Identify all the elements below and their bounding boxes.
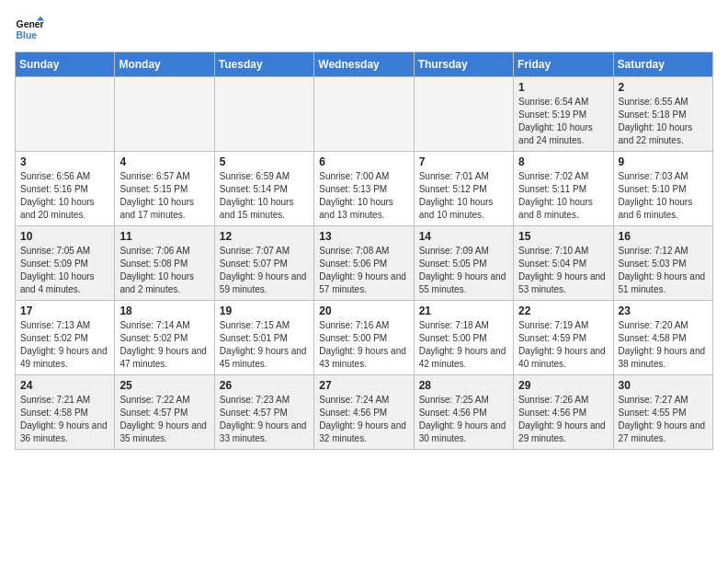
calendar-cell bbox=[314, 77, 414, 152]
day-info: Sunrise: 7:24 AM Sunset: 4:56 PM Dayligh… bbox=[319, 394, 408, 445]
day-info: Sunrise: 7:08 AM Sunset: 5:06 PM Dayligh… bbox=[319, 245, 408, 296]
day-info: Sunrise: 7:15 AM Sunset: 5:01 PM Dayligh… bbox=[220, 319, 309, 371]
day-number: 28 bbox=[419, 379, 508, 392]
day-number: 25 bbox=[119, 379, 209, 392]
day-number: 24 bbox=[20, 379, 109, 392]
calendar-cell: 10Sunrise: 7:05 AM Sunset: 5:09 PM Dayli… bbox=[16, 226, 115, 301]
weekday-header-wednesday: Wednesday bbox=[314, 52, 414, 77]
calendar-cell bbox=[214, 77, 313, 152]
day-number: 1 bbox=[518, 81, 608, 94]
calendar-cell bbox=[115, 77, 214, 152]
day-number: 26 bbox=[220, 379, 309, 392]
calendar-cell: 17Sunrise: 7:13 AM Sunset: 5:02 PM Dayli… bbox=[16, 301, 115, 375]
calendar-cell: 25Sunrise: 7:22 AM Sunset: 4:57 PM Dayli… bbox=[115, 375, 214, 450]
calendar-cell: 12Sunrise: 7:07 AM Sunset: 5:07 PM Dayli… bbox=[214, 226, 313, 301]
day-info: Sunrise: 7:21 AM Sunset: 4:58 PM Dayligh… bbox=[20, 394, 109, 445]
day-number: 3 bbox=[20, 155, 109, 168]
day-number: 22 bbox=[518, 304, 608, 317]
day-number: 2 bbox=[619, 81, 708, 94]
calendar-cell: 1Sunrise: 6:54 AM Sunset: 5:19 PM Daylig… bbox=[514, 77, 613, 152]
weekday-header-sunday: Sunday bbox=[16, 52, 115, 77]
logo: General Blue bbox=[15, 15, 48, 44]
day-number: 15 bbox=[518, 230, 608, 243]
day-number: 29 bbox=[518, 379, 608, 392]
day-info: Sunrise: 7:18 AM Sunset: 5:00 PM Dayligh… bbox=[419, 319, 508, 371]
day-number: 12 bbox=[220, 230, 309, 243]
day-number: 27 bbox=[319, 379, 408, 392]
day-info: Sunrise: 7:03 AM Sunset: 5:10 PM Dayligh… bbox=[619, 170, 708, 222]
day-info: Sunrise: 7:05 AM Sunset: 5:09 PM Dayligh… bbox=[20, 245, 109, 296]
day-number: 11 bbox=[119, 230, 209, 243]
day-info: Sunrise: 7:12 AM Sunset: 5:03 PM Dayligh… bbox=[619, 245, 708, 296]
day-number: 16 bbox=[619, 230, 708, 243]
day-number: 23 bbox=[619, 304, 708, 317]
day-number: 13 bbox=[319, 230, 408, 243]
day-number: 7 bbox=[419, 155, 508, 168]
calendar-cell: 9Sunrise: 7:03 AM Sunset: 5:10 PM Daylig… bbox=[613, 152, 712, 226]
svg-text:General: General bbox=[17, 19, 44, 29]
calendar-cell: 24Sunrise: 7:21 AM Sunset: 4:58 PM Dayli… bbox=[16, 375, 115, 450]
day-info: Sunrise: 7:22 AM Sunset: 4:57 PM Dayligh… bbox=[119, 394, 209, 445]
day-number: 30 bbox=[619, 379, 708, 392]
day-info: Sunrise: 6:57 AM Sunset: 5:15 PM Dayligh… bbox=[119, 170, 209, 222]
calendar-cell: 8Sunrise: 7:02 AM Sunset: 5:11 PM Daylig… bbox=[514, 152, 613, 226]
calendar-cell: 23Sunrise: 7:20 AM Sunset: 4:58 PM Dayli… bbox=[613, 301, 712, 375]
day-info: Sunrise: 7:14 AM Sunset: 5:02 PM Dayligh… bbox=[119, 319, 209, 371]
calendar-table: SundayMondayTuesdayWednesdayThursdayFrid… bbox=[15, 52, 713, 450]
header: General Blue bbox=[15, 15, 713, 44]
calendar-cell: 15Sunrise: 7:10 AM Sunset: 5:04 PM Dayli… bbox=[514, 226, 613, 301]
day-info: Sunrise: 7:16 AM Sunset: 5:00 PM Dayligh… bbox=[319, 319, 408, 371]
day-info: Sunrise: 7:06 AM Sunset: 5:08 PM Dayligh… bbox=[119, 245, 209, 296]
day-number: 20 bbox=[319, 304, 408, 317]
day-number: 18 bbox=[119, 304, 209, 317]
day-number: 14 bbox=[419, 230, 508, 243]
day-number: 5 bbox=[220, 155, 309, 168]
calendar-cell: 30Sunrise: 7:27 AM Sunset: 4:55 PM Dayli… bbox=[613, 375, 712, 450]
weekday-header-thursday: Thursday bbox=[414, 52, 513, 77]
day-number: 4 bbox=[119, 155, 209, 168]
calendar-cell: 5Sunrise: 6:59 AM Sunset: 5:14 PM Daylig… bbox=[214, 152, 313, 226]
day-info: Sunrise: 7:26 AM Sunset: 4:56 PM Dayligh… bbox=[518, 394, 608, 445]
calendar-cell: 21Sunrise: 7:18 AM Sunset: 5:00 PM Dayli… bbox=[414, 301, 513, 375]
day-number: 8 bbox=[518, 155, 608, 168]
day-info: Sunrise: 7:13 AM Sunset: 5:02 PM Dayligh… bbox=[20, 319, 109, 371]
calendar-cell: 13Sunrise: 7:08 AM Sunset: 5:06 PM Dayli… bbox=[314, 226, 414, 301]
calendar-cell bbox=[414, 77, 513, 152]
svg-text:Blue: Blue bbox=[17, 30, 38, 40]
day-number: 9 bbox=[619, 155, 708, 168]
calendar-cell: 3Sunrise: 6:56 AM Sunset: 5:16 PM Daylig… bbox=[16, 152, 115, 226]
calendar-cell: 14Sunrise: 7:09 AM Sunset: 5:05 PM Dayli… bbox=[414, 226, 513, 301]
day-info: Sunrise: 6:55 AM Sunset: 5:18 PM Dayligh… bbox=[619, 96, 708, 147]
calendar-cell: 19Sunrise: 7:15 AM Sunset: 5:01 PM Dayli… bbox=[214, 301, 313, 375]
day-info: Sunrise: 7:02 AM Sunset: 5:11 PM Dayligh… bbox=[518, 170, 608, 222]
calendar-cell bbox=[16, 77, 115, 152]
calendar-cell: 28Sunrise: 7:25 AM Sunset: 4:56 PM Dayli… bbox=[414, 375, 513, 450]
day-number: 19 bbox=[220, 304, 309, 317]
weekday-header-monday: Monday bbox=[115, 52, 214, 77]
calendar-cell: 29Sunrise: 7:26 AM Sunset: 4:56 PM Dayli… bbox=[514, 375, 613, 450]
svg-marker-2 bbox=[37, 17, 44, 21]
day-info: Sunrise: 7:20 AM Sunset: 4:58 PM Dayligh… bbox=[619, 319, 708, 371]
calendar-cell: 2Sunrise: 6:55 AM Sunset: 5:18 PM Daylig… bbox=[613, 77, 712, 152]
day-info: Sunrise: 7:25 AM Sunset: 4:56 PM Dayligh… bbox=[419, 394, 508, 445]
day-info: Sunrise: 7:07 AM Sunset: 5:07 PM Dayligh… bbox=[220, 245, 309, 296]
day-info: Sunrise: 6:56 AM Sunset: 5:16 PM Dayligh… bbox=[20, 170, 109, 222]
calendar-cell: 18Sunrise: 7:14 AM Sunset: 5:02 PM Dayli… bbox=[115, 301, 214, 375]
day-info: Sunrise: 7:09 AM Sunset: 5:05 PM Dayligh… bbox=[419, 245, 508, 296]
weekday-header-friday: Friday bbox=[514, 52, 613, 77]
day-info: Sunrise: 7:27 AM Sunset: 4:55 PM Dayligh… bbox=[619, 394, 708, 445]
calendar-cell: 22Sunrise: 7:19 AM Sunset: 4:59 PM Dayli… bbox=[514, 301, 613, 375]
day-info: Sunrise: 7:23 AM Sunset: 4:57 PM Dayligh… bbox=[220, 394, 309, 445]
calendar-cell: 16Sunrise: 7:12 AM Sunset: 5:03 PM Dayli… bbox=[613, 226, 712, 301]
calendar-cell: 27Sunrise: 7:24 AM Sunset: 4:56 PM Dayli… bbox=[314, 375, 414, 450]
calendar-cell: 20Sunrise: 7:16 AM Sunset: 5:00 PM Dayli… bbox=[314, 301, 414, 375]
day-number: 17 bbox=[20, 304, 109, 317]
weekday-header-tuesday: Tuesday bbox=[214, 52, 313, 77]
calendar-cell: 11Sunrise: 7:06 AM Sunset: 5:08 PM Dayli… bbox=[115, 226, 214, 301]
day-number: 10 bbox=[20, 230, 109, 243]
calendar-cell: 6Sunrise: 7:00 AM Sunset: 5:13 PM Daylig… bbox=[314, 152, 414, 226]
weekday-header-saturday: Saturday bbox=[613, 52, 712, 77]
day-info: Sunrise: 7:01 AM Sunset: 5:12 PM Dayligh… bbox=[419, 170, 508, 222]
day-info: Sunrise: 6:54 AM Sunset: 5:19 PM Dayligh… bbox=[518, 96, 608, 147]
day-info: Sunrise: 7:10 AM Sunset: 5:04 PM Dayligh… bbox=[518, 245, 608, 296]
